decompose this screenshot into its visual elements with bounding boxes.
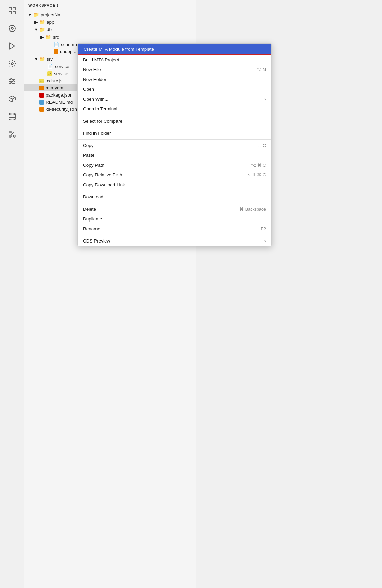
chevron-db: ▾	[33, 27, 39, 32]
chevron-app: ▶	[33, 19, 39, 25]
menu-item-create-mta-module[interactable]: Create MTA Module from Template	[78, 44, 271, 55]
menu-item-delete[interactable]: Delete ⌘ Backspace	[78, 204, 271, 214]
context-menu: Create MTA Module from Template Build MT…	[77, 43, 272, 246]
shortcut-copy: ⌘ C	[257, 143, 266, 148]
menu-item-rename[interactable]: Rename F2	[78, 224, 271, 234]
menu-item-build-mta[interactable]: Build MTA Project	[78, 55, 271, 65]
menu-item-new-file[interactable]: New File ⌥ N	[78, 65, 271, 75]
tree-item-app[interactable]: ▶ 📁 app	[24, 18, 196, 26]
folder-icon-projectNa: 📁	[33, 12, 39, 17]
tree-item-db[interactable]: ▾ 📁 db	[24, 26, 196, 33]
separator-3	[78, 139, 271, 140]
separator-6	[78, 235, 271, 235]
menu-item-copy-relative-path[interactable]: Copy Relative Path ⌥ ⇧ ⌘ C	[78, 170, 271, 180]
arrow-cds-preview: ›	[264, 238, 266, 244]
shortcut-rename: F2	[261, 227, 266, 231]
menu-item-find-folder[interactable]: Find in Folder	[78, 128, 271, 138]
menu-item-copy-download-link[interactable]: Copy Download Link	[78, 180, 271, 190]
database-icon[interactable]	[4, 108, 20, 125]
menu-item-duplicate[interactable]: Duplicate	[78, 214, 271, 224]
svg-marker-6	[10, 43, 15, 49]
folder-icon-srv: 📁	[39, 56, 45, 62]
shortcut-new-file: ⌥ N	[257, 67, 266, 72]
menu-item-copy-path[interactable]: Copy Path ⌥ ⌘ C	[78, 160, 271, 170]
menu-item-download[interactable]: Download	[78, 192, 271, 202]
file-icon-service1: 📄	[47, 64, 53, 69]
svg-point-4	[9, 25, 15, 31]
svg-rect-2	[9, 12, 12, 14]
separator-1	[78, 115, 271, 115]
shortcut-copy-relative-path: ⌥ ⇧ ⌘ C	[246, 172, 266, 177]
menu-item-open[interactable]: Open	[78, 84, 271, 94]
menu-item-new-folder[interactable]: New Folder	[78, 75, 271, 84]
svg-point-5	[11, 27, 13, 29]
workspace-label: WORKSPACE (	[24, 0, 196, 11]
svg-rect-1	[13, 8, 15, 10]
chevron-projectNa: ▾	[27, 12, 33, 17]
settings-icon[interactable]	[4, 56, 20, 72]
svg-point-7	[11, 63, 13, 65]
menu-item-paste[interactable]: Paste	[78, 150, 271, 160]
chevron-srv: ▾	[33, 56, 39, 62]
svg-point-13	[10, 83, 12, 84]
svg-point-15	[9, 113, 15, 115]
svg-point-16	[13, 135, 15, 137]
grid-icon[interactable]	[4, 3, 20, 19]
json-icon-xssecurity	[39, 107, 44, 112]
folder-icon-app: 📁	[39, 19, 45, 25]
chevron-src: ▶	[39, 34, 45, 40]
play-icon[interactable]	[4, 38, 20, 54]
tree-item-src[interactable]: ▶ 📁 src	[24, 33, 196, 41]
menu-item-cds-preview[interactable]: CDS Preview ›	[78, 236, 271, 246]
package-icon[interactable]	[4, 91, 20, 107]
svg-rect-3	[13, 12, 15, 14]
tools-icon[interactable]	[4, 73, 20, 89]
menu-item-open-terminal[interactable]: Open in Terminal	[78, 104, 271, 114]
yaml-icon-undepl	[54, 49, 58, 54]
separator-5	[78, 203, 271, 203]
compass-icon[interactable]	[4, 20, 20, 37]
separator-4	[78, 191, 271, 191]
git-icon[interactable]	[4, 126, 20, 142]
svg-point-18	[9, 135, 11, 137]
svg-point-11	[10, 79, 12, 80]
arrow-open-with: ›	[264, 97, 266, 102]
js-icon-cdsrc: JS	[39, 79, 44, 83]
folder-icon-db: 📁	[39, 27, 45, 32]
shortcut-delete: ⌘ Backspace	[239, 207, 266, 212]
menu-item-open-with[interactable]: Open With... ›	[78, 94, 271, 104]
separator-2	[78, 127, 271, 127]
folder-icon-src: 📁	[45, 34, 51, 40]
tree-item-projectNa[interactable]: ▾ 📁 projectNa	[24, 11, 196, 18]
md-icon-readme	[39, 100, 44, 105]
pkg-icon-packagejson	[39, 93, 44, 98]
menu-item-copy[interactable]: Copy ⌘ C	[78, 141, 271, 150]
yaml-icon-mtayaml	[39, 86, 44, 90]
file-icon-schema: 📄	[54, 42, 59, 47]
js-icon-service2: JS	[47, 71, 52, 76]
svg-point-12	[13, 81, 14, 82]
svg-point-17	[9, 131, 11, 133]
menu-item-select-compare[interactable]: Select for Compare	[78, 116, 271, 126]
shortcut-copy-path: ⌥ ⌘ C	[251, 163, 266, 168]
activity-bar	[0, 0, 24, 588]
svg-rect-0	[9, 8, 12, 10]
